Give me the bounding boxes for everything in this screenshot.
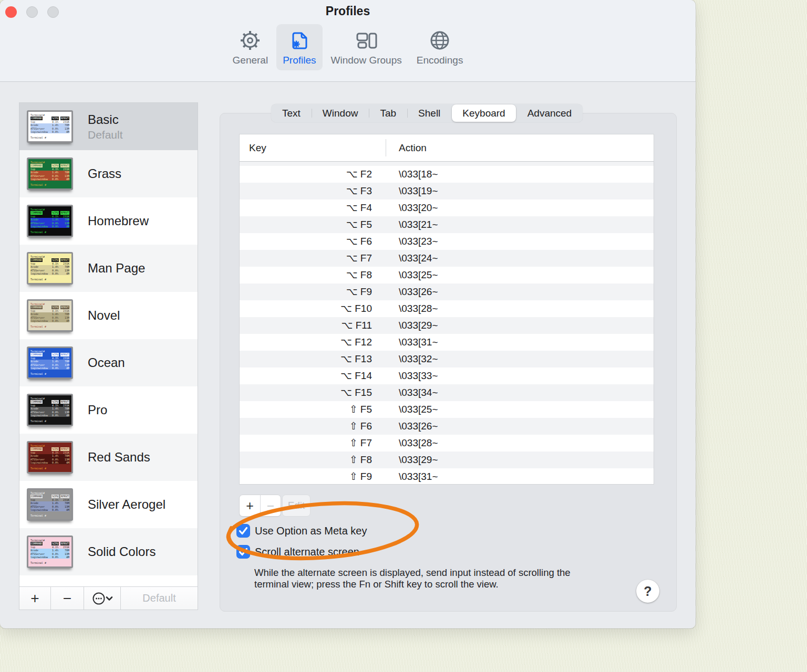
profile-name: Solid Colors [88, 544, 156, 559]
help-button[interactable]: ? [636, 580, 659, 603]
profile-item-grass[interactable]: Terminal# COMMAND %CPURPRVT top4.1%231KX… [19, 150, 198, 197]
tab-text[interactable]: Text [271, 104, 312, 122]
binding-key: ⌥ F11 [240, 317, 386, 334]
toolbar-label-profiles: Profiles [283, 55, 316, 66]
table-row[interactable]: ⌥ F2 \033[18~ [240, 166, 654, 183]
profile-thumbnail: Terminal# COMMAND %CPURPRVT top4.1%231KX… [27, 536, 73, 568]
table-row[interactable]: ⌥ F6 \033[23~ [240, 233, 654, 250]
profile-name: Red Sands [88, 450, 150, 465]
option-scroll-alternate-screen[interactable]: Scroll alternate screen [236, 544, 367, 560]
profile-item-novel[interactable]: Terminal# COMMAND %CPURPRVT top4.1%231KX… [19, 292, 198, 339]
option-label: Scroll alternate screen [255, 546, 359, 558]
table-row[interactable]: ⇧ F5 \033[25~ [240, 401, 654, 418]
toolbar-item-profiles[interactable]: Profiles [276, 24, 322, 70]
tab-shell[interactable]: Shell [407, 104, 451, 122]
tab-advanced[interactable]: Advanced [516, 104, 583, 122]
table-row[interactable]: ⌥ F8 \033[25~ [240, 267, 654, 284]
table-row[interactable]: ⇧ F6 \033[26~ [240, 418, 654, 435]
table-row[interactable]: ⌥ F15 \033[34~ [240, 384, 654, 401]
binding-action: \033[24~ [386, 250, 438, 267]
binding-key: ⌥ F2 [240, 166, 386, 183]
column-header-action[interactable]: Action [399, 134, 427, 162]
table-row[interactable]: ⌥ F9 \033[26~ [240, 284, 654, 300]
settings-tab-bar: Text Window Tab Shell Keyboard Advanced [271, 104, 583, 122]
column-header-key[interactable]: Key [249, 134, 266, 162]
binding-key: ⇧ F7 [240, 435, 386, 452]
tab-tab[interactable]: Tab [369, 104, 407, 122]
profile-actions-menu-button[interactable] [84, 587, 121, 610]
profile-item-basic[interactable]: Terminal# COMMAND %CPURPRVT top4.1%231KX… [19, 103, 198, 150]
profile-list: Terminal# COMMAND %CPURPRVT top4.1%231KX… [19, 103, 198, 586]
table-row[interactable]: ⌥ F11 \033[29~ [240, 317, 654, 334]
key-bindings-table: Key Action ⌥ F2 \033[18~ ⌥ F3 \033[19~ ⌥… [239, 134, 654, 485]
binding-action: \033[32~ [386, 351, 438, 368]
profile-item-pro[interactable]: Terminal# COMMAND %CPURPRVT top4.1%231KX… [19, 386, 198, 434]
scroll-option-help-text: While the alternate screen is displayed,… [254, 567, 607, 590]
profile-item-red-sands[interactable]: Terminal# COMMAND %CPURPRVT top4.1%231KX… [19, 434, 198, 481]
binding-key: ⌥ F8 [240, 267, 386, 284]
table-row[interactable]: ⌥ F12 \033[31~ [240, 334, 654, 351]
add-binding-button[interactable]: + [240, 495, 260, 516]
remove-profile-button[interactable]: − [51, 587, 84, 610]
binding-key: ⌥ F4 [240, 200, 386, 216]
edit-binding-button[interactable]: Edit [282, 495, 311, 517]
binding-action: \033[23~ [386, 233, 438, 250]
table-body: ⌥ F2 \033[18~ ⌥ F3 \033[19~ ⌥ F4 \033[20… [240, 162, 654, 485]
binding-key: ⌥ F5 [240, 216, 386, 233]
add-profile-button[interactable]: + [19, 587, 51, 610]
table-row[interactable]: ⌥ F14 \033[33~ [240, 368, 654, 384]
profile-thumbnail: Terminal# COMMAND %CPURPRVT top4.1%231KX… [27, 110, 73, 143]
profile-item-silver-aerogel[interactable]: Terminal# COMMAND %CPURPRVT top4.1%231KX… [19, 481, 198, 528]
profile-item-homebrew[interactable]: Terminal# COMMAND %CPURPRVT top4.1%231KX… [19, 197, 198, 245]
profile-item-man-page[interactable]: Terminal# COMMAND %CPURPRVT top4.1%231KX… [19, 245, 198, 292]
profile-thumbnail: Terminal# COMMAND %CPURPRVT top4.1%231KX… [27, 299, 73, 332]
option-label: Use Option as Meta key [255, 525, 367, 537]
profile-item-ocean[interactable]: Terminal# COMMAND %CPURPRVT top4.1%231KX… [19, 339, 198, 386]
binding-key: ⌥ F10 [240, 300, 386, 317]
profile-thumbnail: Terminal# COMMAND %CPURPRVT top4.1%231KX… [27, 205, 73, 237]
table-row[interactable]: ⌥ F7 \033[24~ [240, 250, 654, 267]
binding-key: ⇧ F9 [240, 468, 386, 485]
tab-keyboard[interactable]: Keyboard [452, 104, 515, 122]
tab-window[interactable]: Window [312, 104, 369, 122]
window-groups-icon [354, 28, 379, 53]
profile-item-solid-colors[interactable]: Terminal# COMMAND %CPURPRVT top4.1%231KX… [19, 528, 198, 575]
remove-binding-button[interactable]: − [260, 495, 281, 516]
profile-name: Pro [88, 403, 107, 417]
table-row[interactable]: ⇧ F7 \033[28~ [240, 435, 654, 452]
table-row[interactable]: ⌥ F4 \033[20~ [240, 200, 654, 216]
globe-icon [427, 28, 452, 53]
profile-list-footer: + − Default [19, 586, 198, 610]
gear-icon [237, 28, 263, 53]
binding-action: \033[26~ [386, 418, 438, 435]
table-row[interactable]: ⌥ F3 \033[19~ [240, 183, 654, 200]
title-bar: Profiles General [0, 0, 696, 82]
option-use-option-as-meta[interactable]: Use Option as Meta key [236, 523, 367, 539]
partial-row [240, 162, 654, 166]
toolbar-item-window-groups[interactable]: Window Groups [325, 24, 408, 70]
profile-name: Basic [88, 112, 123, 127]
profile-thumbnail: Terminal# COMMAND %CPURPRVT top4.1%231KX… [27, 252, 73, 285]
table-row[interactable]: ⇧ F8 \033[29~ [240, 452, 654, 468]
binding-action: \033[28~ [386, 435, 438, 452]
set-default-button[interactable]: Default [121, 587, 198, 610]
table-row[interactable]: ⌥ F10 \033[28~ [240, 300, 654, 317]
profile-document-icon [287, 28, 312, 53]
checkbox-checked-icon[interactable] [236, 524, 250, 538]
toolbar-item-general[interactable]: General [226, 24, 275, 70]
binding-action: \033[29~ [386, 317, 438, 334]
binding-action: \033[19~ [386, 183, 438, 200]
table-row[interactable]: ⌥ F13 \033[32~ [240, 351, 654, 368]
binding-action: \033[25~ [386, 401, 438, 418]
table-row[interactable]: ⌥ F5 \033[21~ [240, 216, 654, 233]
profile-name: Silver Aerogel [88, 497, 165, 512]
toolbar-item-encodings[interactable]: Encodings [410, 24, 470, 70]
keyboard-options: Use Option as Meta key Scroll alternate … [236, 523, 367, 565]
toolbar-label-window-groups: Window Groups [331, 55, 402, 66]
checkbox-checked-icon[interactable] [236, 545, 250, 559]
binding-key: ⌥ F6 [240, 233, 386, 250]
binding-action: \033[21~ [386, 216, 438, 233]
binding-action: \033[20~ [386, 200, 438, 216]
table-row[interactable]: ⇧ F9 \033[31~ [240, 468, 654, 485]
binding-action: \033[31~ [386, 334, 438, 351]
